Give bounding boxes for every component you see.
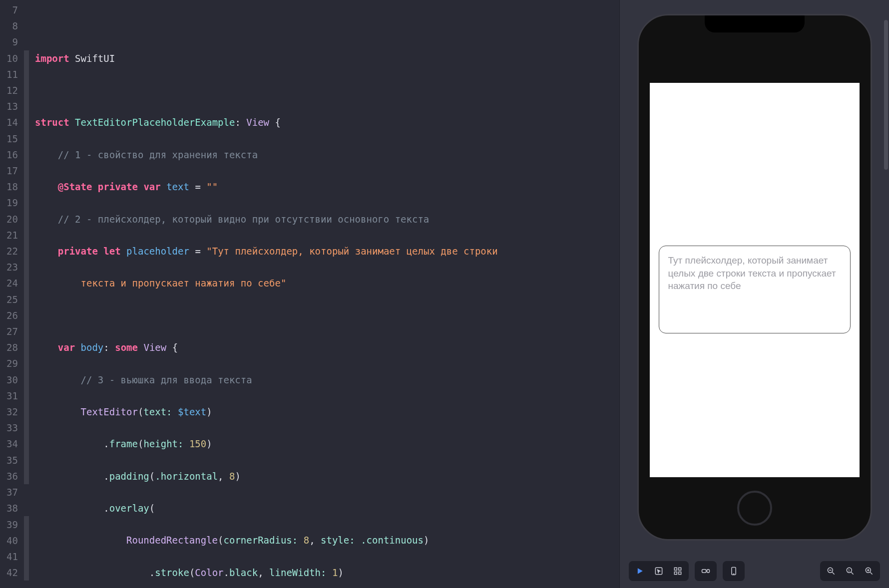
code-editor[interactable]: 7 8 9 10 11 12 13 14 15 16 17 18 19 20 2… bbox=[0, 0, 619, 588]
svg-rect-1 bbox=[674, 568, 677, 570]
phone-screen[interactable]: Тут плейсхолдер, который занимает целых … bbox=[650, 83, 860, 477]
home-button-icon bbox=[737, 491, 772, 526]
zoom-actual-button[interactable]: 1 bbox=[841, 563, 859, 579]
svg-rect-3 bbox=[674, 572, 677, 575]
svg-rect-4 bbox=[679, 572, 681, 575]
placeholder-text: Тут плейсхолдер, который занимает целых … bbox=[668, 255, 836, 291]
zoom-out-button[interactable] bbox=[822, 563, 840, 579]
variants-grid-button[interactable] bbox=[669, 563, 687, 579]
phone-bezel-top bbox=[639, 15, 871, 83]
play-button[interactable] bbox=[631, 563, 649, 579]
svg-line-16 bbox=[871, 573, 873, 575]
text-editor-field[interactable]: Тут плейсхолдер, который занимает целых … bbox=[659, 246, 851, 333]
svg-line-10 bbox=[833, 573, 835, 575]
fold-strip[interactable] bbox=[24, 0, 29, 588]
preview-canvas: Тут плейсхолдер, который занимает целых … bbox=[619, 0, 889, 588]
svg-line-13 bbox=[852, 573, 854, 575]
svg-rect-5 bbox=[702, 570, 706, 573]
preview-toolbar: 1 bbox=[620, 561, 889, 581]
phone-bezel-bottom bbox=[639, 477, 871, 539]
device-frame: Тут плейсхолдер, который занимает целых … bbox=[637, 14, 872, 541]
svg-rect-2 bbox=[679, 568, 681, 570]
selectable-mode-button[interactable] bbox=[650, 563, 668, 579]
code-content[interactable]: import SwiftUI struct TextEditorPlacehol… bbox=[29, 0, 619, 588]
phone-notch bbox=[705, 15, 805, 32]
svg-rect-6 bbox=[707, 570, 710, 573]
preview-variants-button[interactable] bbox=[697, 563, 715, 579]
scrollbar[interactable] bbox=[884, 20, 888, 170]
zoom-in-button[interactable] bbox=[860, 563, 878, 579]
device-settings-button[interactable] bbox=[725, 563, 743, 579]
line-number-gutter: 7 8 9 10 11 12 13 14 15 16 17 18 19 20 2… bbox=[0, 0, 24, 588]
svg-text:1: 1 bbox=[848, 569, 850, 573]
